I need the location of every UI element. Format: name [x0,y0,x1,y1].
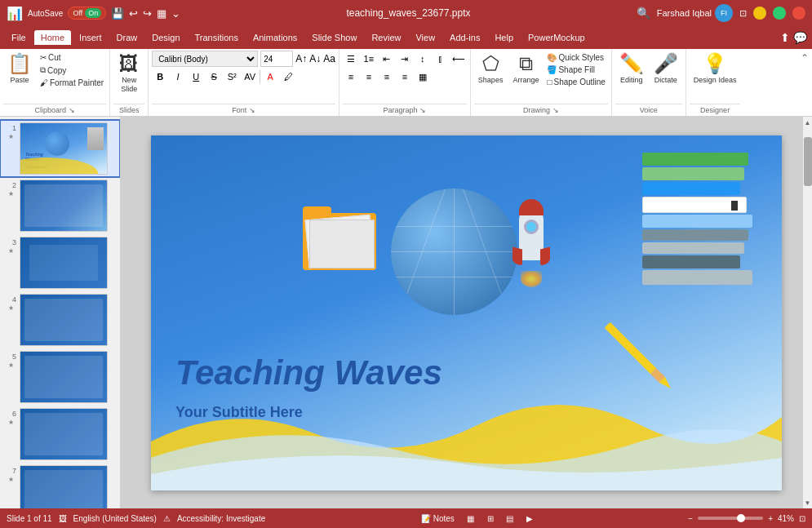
slide-thumb-2[interactable]: 2 ★ [0,177,120,234]
slide-icon[interactable]: 🖼 [59,514,67,523]
menu-help[interactable]: Help [488,30,520,45]
books-element [642,153,757,285]
undo-btn[interactable]: ↩ [129,7,138,20]
slide-thumb-6[interactable]: 6 ★ [0,406,120,463]
increase-font-btn[interactable]: A↑ [295,53,307,64]
columns-button[interactable]: ⫿ [433,51,449,67]
menu-powermockup[interactable]: PowerMockup [521,30,592,45]
present-icon[interactable]: ▦ [157,7,166,20]
bullets-button[interactable]: ☰ [343,51,359,67]
text-direction-button[interactable]: ⟵ [450,51,467,67]
menu-design[interactable]: Design [145,30,186,45]
normal-view-button[interactable]: ▦ [464,511,478,526]
slide-thumb-7[interactable]: 7 ★ [0,463,120,508]
fit-to-window-btn[interactable]: ⊡ [799,514,805,523]
ribbon-collapse-icon[interactable]: ⊡ [739,8,747,19]
align-center-button[interactable]: ≡ [361,69,377,85]
slide-thumb-4[interactable]: 4 ★ [0,291,120,348]
italic-button[interactable]: I [170,69,186,85]
smart-art-button[interactable]: ▦ [415,69,431,85]
scroll-thumb[interactable] [804,137,812,186]
shadow-button[interactable]: S² [224,69,240,85]
increase-indent-button[interactable]: ⇥ [397,51,413,67]
copy-icon: ⧉ [40,65,46,75]
maximize-button[interactable] [773,7,786,20]
slide-panel: 1 ★ TeachingWaves Your Subtitle Here 2 ★ [0,117,121,508]
slide-canvas-area[interactable]: Teaching Waves Your Subtitle Here ▲ ▼ [121,117,812,508]
menu-draw[interactable]: Draw [110,30,144,45]
line-spacing-button[interactable]: ↕ [415,51,431,67]
shapes-button[interactable]: ⬠ Shapes [474,51,508,87]
design-ideas-button[interactable]: 💡 Design Ideas [690,51,741,87]
editing-button[interactable]: ✏️ Editing [615,51,648,87]
font-color-button[interactable]: A [262,69,278,85]
slide-show-button[interactable]: ▶ [522,511,537,526]
format-painter-button[interactable]: 🖌Format Painter [38,78,106,88]
zoom-slider[interactable] [698,517,763,520]
paste-button[interactable]: 📋 Paste [3,51,36,87]
arrange-label: Arrange [512,76,539,85]
zoom-in-btn[interactable]: + [768,514,773,523]
slide-thumb-1[interactable]: 1 ★ TeachingWaves Your Subtitle Here [0,120,120,177]
scroll-down-arrow[interactable]: ▼ [803,497,813,508]
font-size-input[interactable] [260,51,293,67]
menu-slideshow[interactable]: Slide Show [305,30,363,45]
more-icon[interactable]: ⌄ [171,7,180,20]
autosave-toggle[interactable]: Off On [68,7,106,20]
numbering-button[interactable]: 1≡ [361,51,377,67]
copy-button[interactable]: ⧉Copy [38,64,106,76]
menu-animations[interactable]: Animations [246,30,304,45]
slide-thumb-5[interactable]: 5 ★ [0,348,120,406]
slide-num-4: 4 [5,294,16,304]
menu-home[interactable]: Home [34,30,71,45]
save-icon[interactable]: 💾 [111,7,124,20]
strikethrough-button[interactable]: S [206,69,222,85]
cut-button[interactable]: ✂Cut [38,52,106,63]
status-left: Slide 1 of 11 🖼 English (United States) … [7,514,265,523]
dictate-button[interactable]: 🎤 Dictate [650,51,682,87]
align-right-button[interactable]: ≡ [379,69,395,85]
text-highlight-button[interactable]: 🖊 [280,69,296,85]
decrease-font-btn[interactable]: A↓ [309,53,321,64]
clear-format-btn[interactable]: Aa [323,53,335,64]
search-icon[interactable]: 🔍 [637,7,650,20]
comment-icon[interactable]: 💬 [793,31,807,44]
decrease-indent-button[interactable]: ⇤ [379,51,395,67]
slide-title[interactable]: Teaching Waves [175,353,442,393]
font-name-select[interactable]: Calibri (Body) [152,51,258,67]
vertical-scrollbar[interactable]: ▲ ▼ [802,117,812,508]
scroll-track[interactable] [803,128,813,497]
redo-btn[interactable]: ↪ [143,7,152,20]
char-spacing-button[interactable]: AV [242,69,258,85]
slide-thumb-3[interactable]: 3 ★ [0,234,120,291]
share-icon[interactable]: ⬆ [780,31,790,44]
underline-button[interactable]: U [188,69,204,85]
zoom-thumb[interactable] [737,514,745,522]
minimize-button[interactable] [753,7,766,20]
accessibility-label[interactable]: Accessibility: Investigate [177,514,265,523]
menu-insert[interactable]: Insert [73,30,109,45]
menu-review[interactable]: Review [365,30,407,45]
reading-view-button[interactable]: ▤ [503,511,517,526]
notes-button[interactable]: 📝 Notes [417,512,459,525]
justify-button[interactable]: ≡ [397,69,413,85]
align-left-button[interactable]: ≡ [343,69,359,85]
scroll-up-arrow[interactable]: ▲ [803,117,813,128]
ribbon-collapse-arrow[interactable]: ⌃ [801,52,809,64]
menu-transitions[interactable]: Transitions [189,30,245,45]
new-slide-button[interactable]: 🖼 NewSlide [113,51,144,96]
editing-label: Editing [620,76,643,85]
slide-subtitle[interactable]: Your Subtitle Here [175,404,303,421]
menu-file[interactable]: File [5,30,33,45]
menu-view[interactable]: View [409,30,441,45]
slide-sorter-button[interactable]: ⊞ [483,511,498,526]
close-button[interactable] [792,7,805,20]
shape-fill-button[interactable]: 🪣Shape Fill [544,64,607,75]
zoom-out-btn[interactable]: − [688,514,693,523]
shape-outline-button[interactable]: □Shape Outline [544,77,607,87]
thumb-img-4 [20,294,108,346]
arrange-button[interactable]: ⧉ Arrange [508,51,543,87]
bold-button[interactable]: B [152,69,168,85]
quick-styles-button[interactable]: 🎨Quick Styles [544,52,607,63]
menu-addins[interactable]: Add-ins [443,30,486,45]
